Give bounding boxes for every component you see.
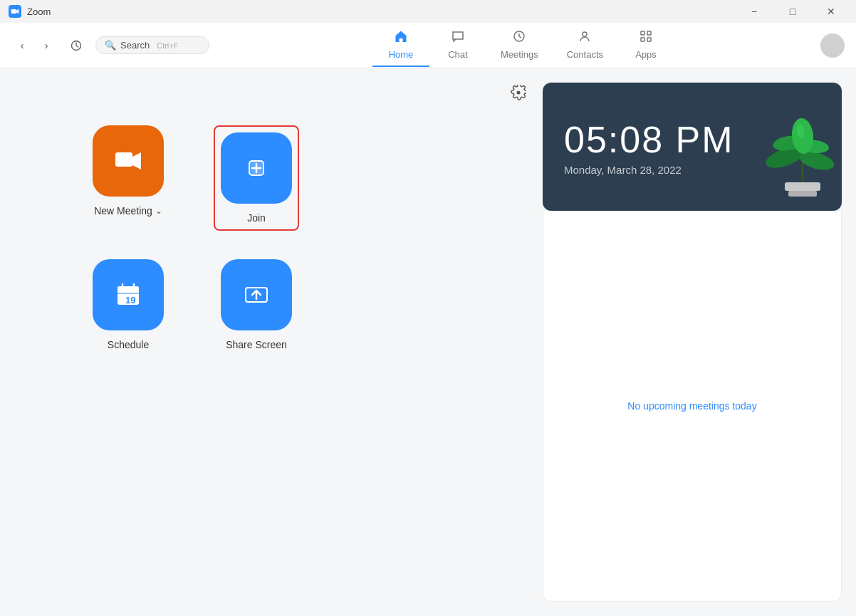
tab-home[interactable]: Home: [372, 24, 429, 67]
contacts-icon: [578, 29, 592, 47]
share-screen-button[interactable]: [221, 259, 292, 330]
new-meeting-item[interactable]: New Meeting ⌄: [85, 125, 171, 231]
tab-contacts[interactable]: Contacts: [553, 24, 617, 67]
tab-chat-label: Chat: [448, 49, 467, 60]
chat-icon: [451, 29, 465, 47]
svg-rect-6: [647, 31, 651, 35]
settings-area: [506, 80, 531, 105]
svg-rect-15: [118, 286, 139, 293]
no-meetings-text: No upcoming meetings today: [627, 400, 756, 412]
nav-tabs: Home Chat Meetings: [229, 24, 818, 67]
app-title: Zoom: [27, 6, 51, 17]
tab-meetings[interactable]: Meetings: [486, 24, 553, 67]
share-screen-label: Share Screen: [226, 339, 287, 350]
apps-icon: [639, 29, 653, 47]
time-display: 05:08 PM: [564, 118, 734, 161]
schedule-label: Schedule: [108, 339, 149, 350]
svg-rect-7: [641, 38, 644, 41]
tab-home-label: Home: [389, 49, 414, 60]
svg-rect-22: [785, 182, 820, 191]
dropdown-chevron-icon: ⌄: [155, 206, 162, 216]
tab-chat[interactable]: Chat: [429, 24, 486, 67]
meetings-icon: [512, 29, 526, 47]
svg-marker-10: [132, 152, 141, 169]
join-button[interactable]: [221, 132, 292, 204]
close-button[interactable]: ✕: [815, 0, 847, 23]
svg-text:19: 19: [125, 295, 135, 306]
svg-rect-9: [115, 152, 132, 167]
nav-back-forward: ‹ ›: [11, 35, 57, 56]
search-shortcut: Ctrl+F: [157, 41, 178, 50]
new-meeting-label: New Meeting ⌄: [94, 205, 162, 216]
svg-point-4: [583, 32, 587, 36]
meetings-section: No upcoming meetings today: [543, 211, 842, 602]
search-icon: 🔍: [105, 40, 116, 51]
main-content: New Meeting ⌄ Join: [0, 68, 856, 616]
home-icon: [394, 29, 408, 47]
svg-rect-0: [11, 9, 16, 14]
svg-rect-23: [788, 191, 817, 197]
schedule-item[interactable]: 19 Schedule: [85, 259, 171, 350]
svg-rect-5: [641, 31, 644, 35]
right-panel: 05:08 PM Monday, March 28, 2022 No upcom…: [543, 68, 856, 616]
svg-rect-8: [647, 38, 651, 41]
date-display: Monday, March 28, 2022: [564, 164, 682, 176]
join-highlighted-wrapper: Join: [214, 125, 299, 231]
calendar-card: 05:08 PM Monday, March 28, 2022: [543, 83, 842, 211]
schedule-button[interactable]: 19: [93, 259, 164, 330]
tab-apps[interactable]: Apps: [617, 24, 674, 67]
window-controls: − □ ✕: [738, 0, 847, 23]
nav-bar: ‹ › 🔍 Search Ctrl+F Home: [0, 23, 856, 68]
left-panel: New Meeting ⌄ Join: [0, 68, 543, 616]
action-buttons-grid: New Meeting ⌄ Join: [85, 125, 299, 350]
settings-button[interactable]: [506, 80, 531, 105]
app-icon: [9, 5, 21, 18]
share-screen-item[interactable]: Share Screen: [214, 259, 299, 350]
tab-contacts-label: Contacts: [567, 49, 603, 60]
new-meeting-button[interactable]: [93, 125, 164, 197]
title-bar: Zoom − □ ✕: [0, 0, 856, 23]
maximize-button[interactable]: □: [776, 0, 809, 23]
title-bar-left: Zoom: [9, 5, 51, 18]
plant-decoration: [749, 83, 842, 211]
minimize-button[interactable]: −: [738, 0, 771, 23]
user-avatar[interactable]: [820, 33, 845, 58]
history-button[interactable]: [66, 35, 87, 56]
tab-meetings-label: Meetings: [501, 49, 538, 60]
join-label: Join: [247, 212, 266, 224]
forward-button[interactable]: ›: [36, 35, 57, 56]
search-bar[interactable]: 🔍 Search Ctrl+F: [95, 36, 209, 54]
join-item[interactable]: Join: [221, 132, 292, 224]
back-button[interactable]: ‹: [11, 35, 33, 56]
svg-marker-1: [16, 9, 19, 14]
search-label: Search: [120, 40, 150, 51]
tab-apps-label: Apps: [635, 49, 657, 60]
